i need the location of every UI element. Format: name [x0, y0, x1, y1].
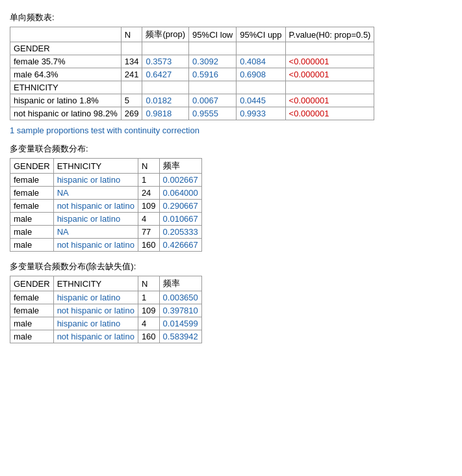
row-pval: <0.000001 — [285, 94, 374, 107]
row-ci-upp: 0.0445 — [237, 94, 285, 107]
row-n — [121, 42, 142, 55]
table-row: female not hispanic or latino 109 0.3978… — [10, 304, 202, 317]
row-n: 160 — [138, 330, 159, 343]
table-row: male hispanic or latino 4 0.010667 — [10, 213, 202, 226]
row-n: 269 — [121, 107, 142, 120]
univariate-table: N 频率(prop) 95%CI low 95%CI upp P.value(H… — [10, 27, 374, 120]
row-n: 4 — [138, 317, 159, 330]
row-gender: male — [10, 239, 54, 252]
table-row: hispanic or latino 1.8% 5 0.0182 0.0067 … — [10, 94, 374, 107]
row-rate: 0.010667 — [159, 213, 201, 226]
table-row: male not hispanic or latino 160 0.426667 — [10, 239, 202, 252]
col-gender3: GENDER — [10, 276, 54, 291]
row-prop: 0.6427 — [142, 68, 189, 81]
table-row: female hispanic or latino 1 0.003650 — [10, 291, 202, 304]
row-n — [121, 81, 142, 94]
row-n: 1 — [138, 291, 159, 304]
row-ci-low — [189, 81, 237, 94]
col-ci-low: 95%CI low — [189, 27, 237, 42]
row-ethnicity: not hispanic or latino — [53, 239, 138, 252]
row-ci-upp — [237, 81, 285, 94]
row-gender: female — [10, 174, 54, 187]
row-n: 1 — [138, 174, 159, 187]
section3-title: 多变量联合频数分布(除去缺失值): — [10, 261, 452, 272]
col-pval: P.value(H0: prop=0.5) — [285, 27, 374, 42]
row-gender: male — [10, 213, 54, 226]
row-prop: 0.0182 — [142, 94, 189, 107]
row-ci-low: 0.0067 — [189, 94, 237, 107]
row-ethnicity: NA — [53, 226, 138, 239]
row-n: 5 — [121, 94, 142, 107]
row-ethnicity: not hispanic or latino — [53, 330, 138, 343]
row-ci-upp: 0.9933 — [237, 107, 285, 120]
col-ci-upp: 95%CI upp — [237, 27, 285, 42]
row-gender: male — [10, 226, 54, 239]
row-ethnicity: not hispanic or latino — [53, 200, 138, 213]
col-rate3: 频率 — [159, 276, 201, 291]
table1-header-row: N 频率(prop) 95%CI low 95%CI upp P.value(H… — [10, 27, 374, 42]
row-prop — [142, 42, 189, 55]
row-prop: 0.3573 — [142, 55, 189, 68]
row-gender: male — [10, 330, 54, 343]
row-pval: <0.000001 — [285, 68, 374, 81]
col-ethnicity3: ETHNICITY — [53, 276, 138, 291]
row-ci-low: 0.9555 — [189, 107, 237, 120]
table-row: not hispanic or latino 98.2% 269 0.9818 … — [10, 107, 374, 120]
row-rate: 0.064000 — [159, 187, 201, 200]
row-n: 160 — [138, 239, 159, 252]
table-row: female 35.7% 134 0.3573 0.3092 0.4084 <0… — [10, 55, 374, 68]
row-gender: female — [10, 187, 54, 200]
table2-header-row: GENDER ETHNICITY N 频率 — [10, 159, 202, 174]
table-row: ETHNICITY — [10, 81, 374, 94]
row-rate: 0.426667 — [159, 239, 201, 252]
row-ci-low: 0.3092 — [189, 55, 237, 68]
table-row: female not hispanic or latino 109 0.2906… — [10, 200, 202, 213]
row-n: 4 — [138, 213, 159, 226]
row-gender: female — [10, 304, 54, 317]
col-gender: GENDER — [10, 159, 54, 174]
row-n: 24 — [138, 187, 159, 200]
row-gender: female — [10, 200, 54, 213]
row-n: 109 — [138, 200, 159, 213]
row-ethnicity: hispanic or latino — [53, 213, 138, 226]
row-label: female 35.7% — [10, 55, 122, 68]
col-ethnicity: ETHNICITY — [53, 159, 138, 174]
row-rate: 0.002667 — [159, 174, 201, 187]
row-rate: 0.290667 — [159, 200, 201, 213]
row-gender: female — [10, 291, 54, 304]
row-label: ETHNICITY — [10, 81, 122, 94]
col-label — [10, 27, 122, 42]
row-ethnicity: hispanic or latino — [53, 174, 138, 187]
row-ci-upp: 0.6908 — [237, 68, 285, 81]
row-pval — [285, 81, 374, 94]
row-pval: <0.000001 — [285, 55, 374, 68]
row-rate: 0.397810 — [159, 304, 201, 317]
row-rate: 0.003650 — [159, 291, 201, 304]
row-rate: 0.583942 — [159, 330, 201, 343]
row-ethnicity: hispanic or latino — [53, 291, 138, 304]
row-ethnicity: hispanic or latino — [53, 317, 138, 330]
row-rate: 0.014599 — [159, 317, 201, 330]
col-n3: N — [138, 276, 159, 291]
row-label: not hispanic or latino 98.2% — [10, 107, 122, 120]
row-ci-upp: 0.4084 — [237, 55, 285, 68]
table-row: GENDER — [10, 42, 374, 55]
section1-title: 单向频数表: — [10, 12, 452, 23]
row-gender: male — [10, 317, 54, 330]
row-ci-low: 0.5916 — [189, 68, 237, 81]
row-rate: 0.205333 — [159, 226, 201, 239]
table-row: male not hispanic or latino 160 0.583942 — [10, 330, 202, 343]
row-ci-low — [189, 42, 237, 55]
row-prop: 0.9818 — [142, 107, 189, 120]
table-row: male hispanic or latino 4 0.014599 — [10, 317, 202, 330]
row-ci-upp — [237, 42, 285, 55]
row-ethnicity: not hispanic or latino — [53, 304, 138, 317]
row-n: 241 — [121, 68, 142, 81]
table-row: female NA 24 0.064000 — [10, 187, 202, 200]
row-label: hispanic or latino 1.8% — [10, 94, 122, 107]
test-note: 1 sample proportions test with continuit… — [10, 126, 452, 135]
col-rate2: 频率 — [159, 159, 201, 174]
row-pval — [285, 42, 374, 55]
row-n: 134 — [121, 55, 142, 68]
col-prop: 频率(prop) — [142, 27, 189, 42]
